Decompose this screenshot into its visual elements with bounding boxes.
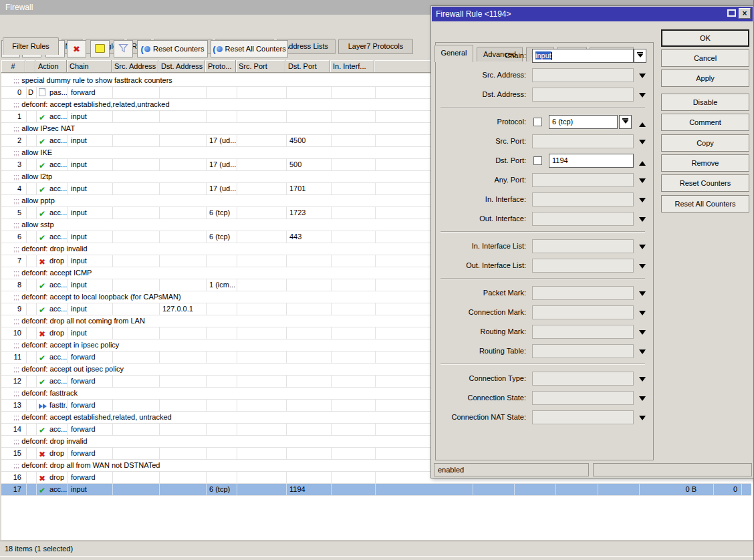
chain-dropdown-button[interactable] (634, 49, 646, 63)
grid-line (159, 400, 160, 411)
maximize-icon[interactable] (727, 9, 736, 17)
action-check-icon: ✔ (39, 208, 48, 220)
out-interface-dropdown[interactable] (532, 212, 634, 226)
column-header-spacer[interactable]: # (1, 60, 25, 73)
in-interface-dropdown[interactable] (532, 192, 634, 206)
src-address-expand-arrow-icon[interactable] (639, 74, 646, 82)
grid-line (68, 448, 68, 459)
column-header-action[interactable]: Action (35, 60, 67, 73)
grid-line (286, 327, 287, 339)
grid-line (68, 183, 68, 194)
action-cross-icon: ✖ (39, 329, 48, 340)
protocol-dropdown-button[interactable] (619, 115, 632, 129)
tab-filter-rules[interactable]: Filter Rules (3, 37, 59, 55)
cell-dport: 1701 (289, 183, 330, 194)
connection-nat-state-dropdown[interactable] (532, 410, 634, 424)
column-header-dst-address[interactable]: Dst. Address (158, 60, 205, 73)
column-header-chain[interactable]: Chain (67, 60, 112, 73)
connection-nat-state-expand-arrow-icon[interactable] (639, 416, 646, 424)
cell-n: 16 (1, 472, 21, 483)
grid-line (112, 87, 113, 98)
action-check-icon: ✔ (39, 377, 48, 388)
comment-button[interactable] (90, 40, 110, 57)
routing-table-dropdown[interactable] (532, 344, 634, 358)
disable-button[interactable]: Disable (661, 94, 749, 111)
cell-n: 1 (1, 111, 21, 122)
in-interface-list-dropdown[interactable] (532, 239, 634, 253)
routing-table-expand-arrow-icon[interactable] (639, 349, 646, 358)
routing-mark-dropdown[interactable] (532, 325, 634, 339)
grid-line (68, 303, 68, 315)
out-interface-expand-arrow-icon[interactable] (639, 217, 646, 225)
connection-mark-expand-arrow-icon[interactable] (639, 311, 646, 319)
action-check-icon: ✔ (39, 184, 48, 196)
dst-port-collapse-arrow-icon[interactable] (639, 158, 646, 166)
ok-button[interactable]: OK (661, 29, 749, 47)
cell-chain: forward (71, 87, 112, 98)
reset-counters-button[interactable]: Reset Counters (661, 174, 749, 192)
grid-line (159, 376, 160, 387)
dst-port-input[interactable]: 1194 (549, 154, 634, 168)
dst-port-checkbox[interactable] (533, 156, 542, 165)
disable-button[interactable]: ✖ (67, 40, 86, 57)
dst-address-dropdown[interactable] (532, 88, 634, 102)
dst-address-expand-arrow-icon[interactable] (639, 93, 646, 101)
cell-n: 5 (1, 207, 21, 219)
cancel-button[interactable]: Cancel (661, 49, 749, 67)
grid-line (159, 327, 160, 339)
any-port-expand-arrow-icon[interactable] (639, 178, 646, 186)
packet-mark-dropdown[interactable] (532, 286, 634, 300)
reset-all-counters-button[interactable]: (Reset All Counters (211, 40, 288, 57)
column-header-in-interf[interactable]: In. Interf... (330, 60, 374, 73)
protocol-checkbox[interactable] (533, 118, 542, 126)
connection-type-expand-arrow-icon[interactable] (639, 377, 646, 385)
remove-button[interactable]: Remove (661, 154, 749, 172)
column-header-src-port[interactable]: Src. Port (236, 60, 285, 73)
cell-action: acc... (49, 376, 67, 387)
chain-input[interactable]: input (532, 49, 634, 63)
grid-line (375, 400, 376, 411)
grid-line (331, 231, 332, 243)
filter-button[interactable] (114, 40, 133, 57)
dialog-tab-general[interactable]: General (434, 45, 473, 62)
table-row-selected[interactable]: 17acc...input6 (tcp)1194✔0 B0 (1, 484, 751, 496)
comment-button[interactable]: Comment (661, 114, 749, 131)
connection-mark-dropdown[interactable] (532, 305, 634, 319)
apply-button[interactable]: Apply (661, 69, 749, 87)
out-interface-list-expand-arrow-icon[interactable] (639, 264, 646, 272)
cell-n: 2 (1, 135, 21, 146)
reset-all-counters-button[interactable]: Reset All Counters (661, 195, 749, 213)
in-interface-list-expand-arrow-icon[interactable] (639, 245, 646, 253)
column-header-dst-port[interactable]: Dst. Port (285, 60, 330, 73)
protocol-input[interactable]: 6 (tcp) (549, 115, 618, 129)
column-header-proto[interactable]: Proto... (205, 60, 236, 73)
column-header-src-address[interactable]: Src. Address (112, 60, 158, 73)
note-icon (95, 44, 105, 54)
src-port-expand-arrow-icon[interactable] (639, 140, 646, 148)
connection-state-dropdown[interactable] (532, 391, 634, 405)
connection-type-dropdown[interactable] (532, 372, 634, 386)
grid-line (331, 255, 332, 267)
routing-mark-expand-arrow-icon[interactable] (639, 330, 646, 338)
close-icon[interactable]: × (739, 8, 751, 19)
cell-n: 0 (1, 87, 21, 98)
connection-state-expand-arrow-icon[interactable] (639, 396, 646, 404)
window-resize-edge (0, 556, 754, 560)
cell-dport: 1723 (289, 207, 330, 219)
cell-action: acc... (49, 279, 67, 291)
src-address-dropdown[interactable] (532, 68, 634, 82)
field-label-in-interface-list: In. Interface List: (431, 239, 526, 253)
grid-line (286, 472, 287, 483)
reset-counters-button[interactable]: (Reset Counters (137, 40, 208, 57)
in-interface-expand-arrow-icon[interactable] (639, 198, 646, 206)
grid-line (68, 87, 68, 98)
out-interface-list-dropdown[interactable] (532, 259, 634, 273)
protocol-collapse-arrow-icon[interactable] (639, 119, 646, 127)
grid-line (375, 327, 376, 339)
any-port-dropdown[interactable] (532, 173, 634, 187)
packet-mark-expand-arrow-icon[interactable] (639, 291, 646, 299)
src-port-dropdown[interactable] (532, 134, 634, 148)
copy-button[interactable]: Copy (661, 134, 749, 152)
grid-line (26, 135, 27, 146)
grid-line (36, 279, 37, 291)
